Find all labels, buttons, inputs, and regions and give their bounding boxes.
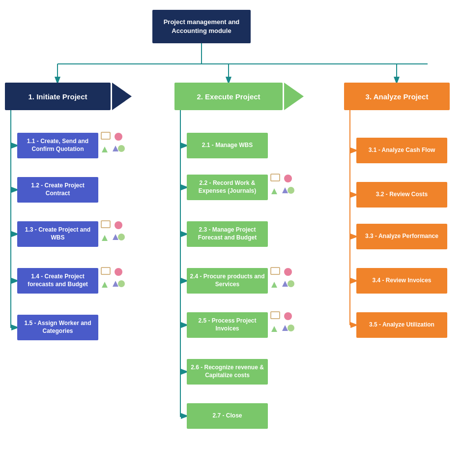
root-node: Project management and Accounting module	[152, 10, 251, 43]
svg-point-49	[288, 280, 294, 287]
item-2-5: 2.5 - Process Project Invoices	[187, 312, 268, 338]
analyze-label: 3. Analyze Project	[366, 92, 429, 101]
item-1-2: 1.2 - Create Project Contract	[17, 177, 98, 203]
svg-marker-27	[102, 147, 108, 152]
svg-point-46	[284, 268, 292, 276]
item-1-3: 1.3 - Create Project and WBS	[17, 221, 98, 247]
svg-marker-52	[271, 326, 277, 332]
process-icon-1-4	[101, 267, 125, 290]
svg-marker-33	[113, 234, 118, 240]
execute-label: 2. Execute Project	[197, 92, 260, 101]
svg-point-54	[288, 325, 294, 331]
item-1-1: 1.1 - Create, Send and Confirm Quotation	[17, 133, 98, 158]
svg-rect-25	[101, 132, 110, 139]
process-icon-2-2	[270, 174, 295, 196]
svg-point-41	[284, 175, 292, 182]
svg-point-36	[115, 268, 122, 276]
svg-marker-37	[102, 282, 108, 288]
svg-point-44	[288, 187, 294, 194]
item-1-5: 1.5 - Assign Worker and Categories	[17, 315, 98, 340]
item-2-7: 2.7 - Close	[187, 403, 268, 429]
item-3-5: 3.5 - Analyze Utilization	[356, 312, 447, 338]
svg-marker-32	[102, 235, 108, 241]
svg-point-34	[118, 234, 125, 240]
svg-marker-28	[113, 146, 118, 151]
arrow-initiate-to-execute	[112, 83, 151, 110]
svg-rect-50	[271, 312, 280, 319]
svg-point-39	[118, 280, 125, 287]
svg-rect-40	[271, 174, 280, 181]
item-2-4: 2.4 - Procure products and Services	[187, 268, 268, 294]
diagram: Project management and Accounting module…	[0, 0, 462, 476]
svg-point-51	[284, 312, 292, 320]
process-icon-1-1	[101, 132, 125, 154]
process-icon-1-3	[101, 220, 125, 243]
svg-marker-53	[282, 325, 288, 331]
item-3-4: 3.4 - Review Invoices	[356, 268, 447, 294]
col-header-execute: 2. Execute Project	[174, 83, 283, 110]
item-2-3: 2.3 - Manage Project Forecast and Budget	[187, 221, 268, 247]
col-header-initiate: 1. Initiate Project	[5, 83, 111, 110]
svg-marker-42	[271, 188, 277, 194]
svg-marker-47	[271, 282, 277, 288]
svg-point-31	[115, 221, 122, 229]
item-3-2: 3.2 - Review Costs	[356, 182, 447, 208]
process-icon-2-5	[270, 311, 295, 334]
svg-point-26	[115, 133, 122, 141]
item-3-1: 3.1 - Analyze Cash Flow	[356, 138, 447, 163]
item-2-1: 2.1 - Manage WBS	[187, 133, 268, 158]
svg-marker-48	[282, 281, 288, 287]
root-title: Project management and Accounting module	[164, 18, 240, 34]
item-1-4: 1.4 - Create Project forecasts and Budge…	[17, 268, 98, 294]
item-2-2: 2.2 - Record Work & Expenses (Journals)	[187, 175, 268, 200]
initiate-label: 1. Initiate Project	[28, 92, 87, 101]
item-2-6: 2.6 - Recognize revenue & Capitalize cos…	[187, 359, 268, 385]
svg-point-29	[118, 145, 125, 152]
svg-marker-43	[282, 187, 288, 193]
svg-marker-38	[113, 281, 118, 287]
svg-rect-30	[101, 221, 110, 228]
item-3-3: 3.3 - Analyze Performance	[356, 224, 447, 249]
process-icon-2-4	[270, 267, 295, 290]
svg-rect-45	[271, 268, 280, 274]
arrow-execute-to-analyze	[284, 83, 323, 110]
svg-rect-35	[101, 268, 110, 274]
col-header-analyze: 3. Analyze Project	[344, 83, 450, 110]
